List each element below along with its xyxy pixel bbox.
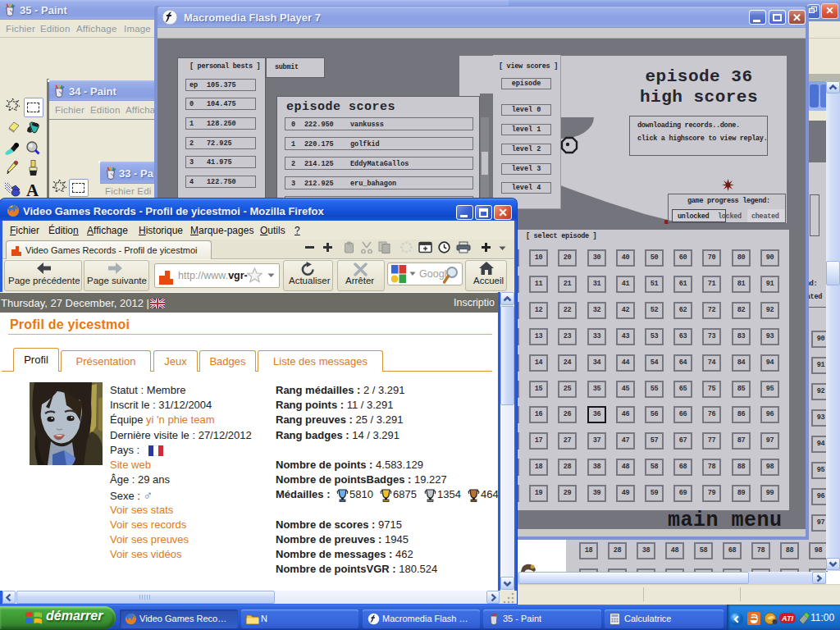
svg-text:ATI: ATI [781, 614, 793, 623]
